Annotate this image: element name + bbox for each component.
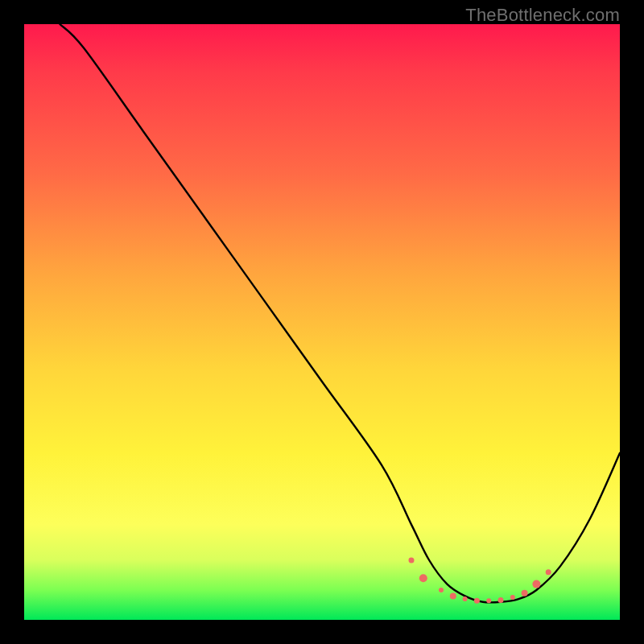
marker-point: [450, 592, 456, 599]
marker-point: [510, 595, 515, 600]
marker-point: [532, 580, 540, 588]
bottleneck-curve: [60, 24, 620, 602]
marker-point: [419, 574, 427, 582]
plot-area: [24, 24, 620, 620]
marker-point: [439, 588, 444, 592]
marker-point: [474, 598, 480, 604]
watermark-text: TheBottleneck.com: [465, 5, 620, 26]
marker-point: [498, 597, 504, 603]
highlighted-points: [409, 558, 551, 604]
marker-point: [546, 569, 551, 575]
chart-container: TheBottleneck.com: [0, 0, 644, 644]
marker-point: [522, 590, 528, 597]
marker-point: [463, 597, 468, 601]
curve-layer: [24, 24, 620, 620]
marker-point: [486, 598, 491, 603]
marker-point: [409, 558, 415, 564]
